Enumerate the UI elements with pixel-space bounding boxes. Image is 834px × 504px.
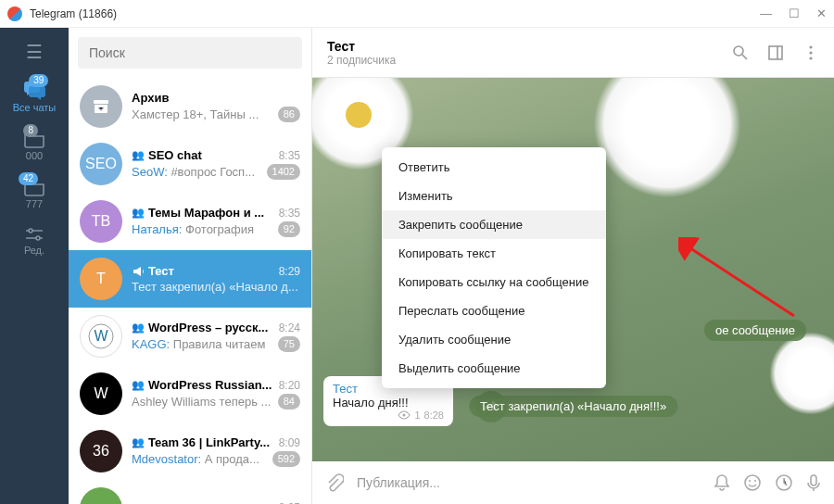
window-title: Telegram (11866) [30, 7, 117, 20]
conversation-subtitle: 2 подписчика [327, 54, 396, 67]
message-text: Начало дня!!! [333, 396, 444, 410]
context-menu-item[interactable]: Изменить [382, 182, 606, 210]
svg-rect-2 [94, 100, 108, 104]
close-button[interactable]: ✕ [816, 6, 827, 20]
conversation-header: Тест 2 подписчика [312, 28, 834, 78]
emoji-button[interactable] [743, 473, 762, 492]
chat-preview: KAGG: Правила читаем [132, 337, 272, 351]
context-menu-item[interactable]: Закрепить сообщение [382, 210, 606, 239]
context-menu-item[interactable]: Переслать сообщение [382, 296, 606, 325]
composer-input[interactable]: Публикация... [357, 475, 701, 490]
chat-time: 8:20 [279, 379, 300, 392]
svg-point-15 [749, 480, 751, 482]
rail-label: Все чаты [13, 102, 57, 113]
svg-point-12 [809, 57, 812, 59]
chat-name: Team 36 | LinkParty... [148, 435, 273, 449]
chat-name: SEO chat [148, 148, 273, 162]
chat-preview: Хамстер 18+, Тайны ... [132, 107, 272, 121]
unread-badge: 592 [272, 451, 300, 467]
conversation-pane: Тест 2 подписчика ое сообщение ОтветитьИ… [312, 28, 834, 504]
sidepanel-button[interactable] [767, 44, 784, 61]
silent-button[interactable] [714, 473, 730, 492]
unread-badge: 86 [278, 107, 300, 122]
chat-avatar: SEO [80, 143, 122, 185]
unread-badge: 1402 [267, 164, 300, 180]
chat-item[interactable]: W👥WordPress Russian...8:20Ashley William… [69, 365, 311, 422]
annotation-arrow-icon [678, 237, 799, 321]
chat-preview: Тест закрепил(а) «Начало д... [132, 280, 300, 294]
message-views: 1 [414, 410, 420, 421]
rail-folder-777[interactable]: 42 777 [23, 178, 45, 209]
chat-list: АрхивХамстер 18+, Тайны ...86SEO👥SEO cha… [69, 28, 312, 504]
conversation-title[interactable]: Тест [327, 39, 396, 54]
chat-avatar: Т [80, 258, 122, 300]
more-button[interactable] [802, 44, 819, 61]
app-logo-icon [7, 6, 22, 21]
rail-edit[interactable]: Ред. [24, 226, 44, 256]
minimize-button[interactable]: — [760, 6, 772, 20]
chat-avatar: W [80, 372, 122, 415]
window-controls: — ☐ ✕ [760, 6, 827, 20]
messages-area[interactable]: ое сообщение ОтветитьИзменитьЗакрепить с… [312, 78, 834, 461]
chat-item[interactable]: SEO👥SEO chat8:35SeoW: #вопрос Госп...140… [69, 135, 311, 193]
chat-name: WordPress Russian... [148, 378, 273, 392]
rail-badge: 8 [23, 124, 38, 137]
wordpress-icon: W [87, 322, 115, 350]
context-menu-item[interactable]: Ответить [382, 153, 606, 182]
chat-avatar [80, 487, 122, 504]
eye-icon [398, 410, 411, 420]
maximize-button[interactable]: ☐ [789, 6, 800, 20]
chat-item[interactable]: 36👥Team 36 | LinkParty...8:09Mdevostator… [69, 422, 311, 480]
svg-point-8 [734, 46, 743, 56]
message-context-menu: ОтветитьИзменитьЗакрепить сообщениеКопир… [382, 147, 606, 388]
chat-preview: Mdevostator: А прода... [132, 452, 267, 466]
chat-item[interactable]: 👥Flat PM - вопросы ...8:05 [69, 480, 311, 504]
svg-rect-9 [769, 46, 782, 59]
chat-name: Тест [148, 264, 273, 278]
voice-button[interactable] [806, 473, 821, 492]
chat-name: WordPress – русск... [148, 321, 273, 334]
svg-text:W: W [94, 385, 108, 401]
archive-icon [91, 96, 111, 117]
pinned-pill[interactable]: ое сообщение [704, 320, 806, 341]
rail-label: 777 [23, 198, 45, 209]
svg-point-14 [745, 475, 760, 490]
background-flower-icon [593, 78, 741, 198]
unread-badge: 92 [278, 221, 300, 237]
context-menu-item[interactable]: Копировать текст [382, 239, 606, 268]
context-menu-item[interactable]: Выделить сообщение [382, 354, 606, 383]
chat-item[interactable]: АрхивХамстер 18+, Тайны ...86 [69, 78, 311, 135]
context-menu-item[interactable]: Удалить сообщение [382, 325, 606, 354]
rail-all-chats[interactable]: 39 Все чаты [13, 80, 57, 113]
svg-point-13 [403, 414, 406, 417]
message-meta: 1 8:28 [333, 410, 444, 421]
chat-avatar [80, 85, 122, 128]
schedule-button[interactable] [775, 473, 793, 492]
chat-name: Flat PM - вопросы ... [148, 501, 273, 505]
group-icon: 👥 [132, 207, 145, 219]
chat-time: 8:35 [279, 207, 300, 220]
rail-badge: 42 [19, 172, 38, 185]
rail-label: Ред. [24, 245, 44, 256]
chat-preview: Наталья: Фотография [132, 222, 272, 236]
svg-rect-18 [811, 475, 816, 485]
background-flower-icon [769, 332, 834, 415]
sliders-icon [24, 226, 44, 243]
context-menu-item[interactable]: Копировать ссылку на сообщение [382, 268, 606, 296]
chat-item[interactable]: ТТест8:29Тест закрепил(а) «Начало д... [69, 250, 311, 308]
search-in-chat-button[interactable] [732, 44, 749, 61]
search-input[interactable] [78, 37, 302, 69]
system-message[interactable]: Тест закрепил(а) «Начало дня!!!» [469, 396, 677, 417]
group-icon: 👥 [132, 149, 145, 161]
chat-item[interactable]: ТВ👥Темы Марафон и ...8:35Наталья: Фотогр… [69, 193, 311, 250]
chat-item[interactable]: W👥WordPress – русск...8:24KAGG: Правила … [69, 308, 311, 365]
rail-folder-000[interactable]: 8 000 [23, 130, 45, 161]
attach-button[interactable] [325, 473, 344, 492]
svg-text:W: W [94, 328, 108, 344]
chat-preview: SeoW: #вопрос Госп... [132, 165, 261, 179]
chat-avatar: 36 [80, 430, 122, 472]
chat-avatar: W [80, 315, 122, 358]
channel-icon [132, 266, 145, 277]
message-time: 8:28 [424, 410, 444, 421]
menu-button[interactable]: ☰ [26, 41, 43, 63]
